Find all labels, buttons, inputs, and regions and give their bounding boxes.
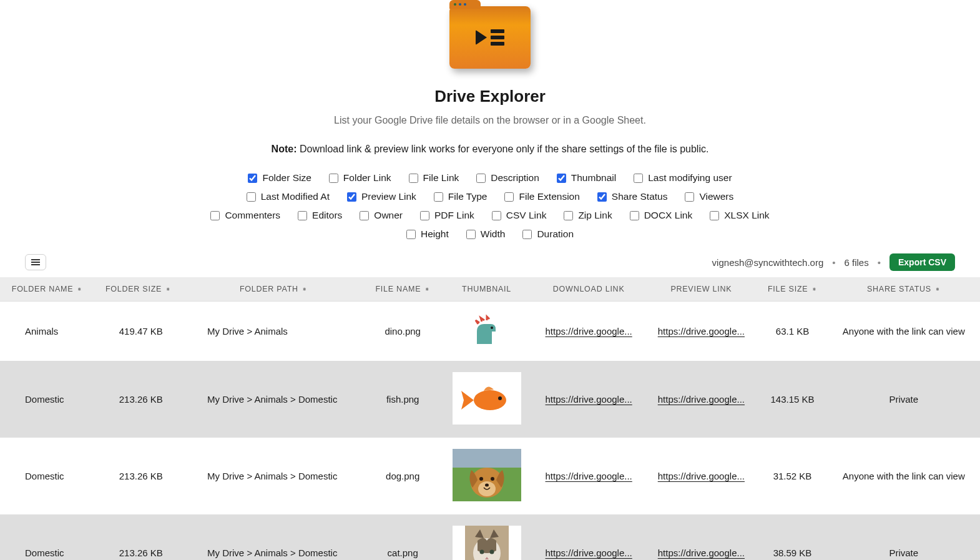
checkbox-file-type[interactable]: File Type [434, 191, 488, 202]
checkbox-xlsx-link[interactable]: XLSX Link [710, 210, 769, 221]
cell-preview-link-link[interactable]: https://drive.google... [658, 326, 745, 336]
column-header-share-status[interactable]: SHARE STATUS▲▼ [828, 277, 980, 302]
checkbox-input-folder-size[interactable] [248, 174, 257, 183]
svg-point-9 [491, 477, 494, 481]
checkbox-input-file-type[interactable] [434, 192, 443, 202]
checkbox-input-duration[interactable] [522, 230, 532, 239]
checkbox-input-zip-link[interactable] [564, 211, 573, 220]
table-row: Animals419.47 KBMy Drive > Animalsdino.p… [0, 302, 980, 361]
checkbox-folder-link[interactable]: Folder Link [329, 172, 391, 184]
cell-download-link: https://drive.google... [532, 361, 645, 438]
checkbox-label: Owner [374, 210, 403, 221]
checkbox-input-share-status[interactable] [597, 192, 607, 202]
checkbox-input-height[interactable] [406, 230, 416, 239]
checkbox-commenters[interactable]: Commenters [210, 210, 280, 221]
cell-download-link: https://drive.google... [532, 302, 645, 361]
user-email: vignesh@syncwithtech.org [712, 257, 824, 268]
checkbox-label: File Extension [519, 191, 579, 202]
cell-file-size: 143.15 KB [757, 361, 827, 438]
checkbox-label: Height [421, 228, 449, 240]
checkbox-label: Commenters [225, 210, 280, 221]
cell-file-name: cat.png [365, 514, 441, 560]
svg-point-10 [485, 484, 489, 487]
checkbox-input-description[interactable] [476, 174, 486, 183]
checkbox-input-editors[interactable] [298, 211, 307, 220]
checkbox-editors[interactable]: Editors [298, 210, 342, 221]
column-header-thumbnail: THUMBNAIL [441, 277, 532, 302]
checkbox-label: Last modifying user [648, 172, 732, 184]
checkbox-label: File Type [448, 191, 488, 202]
checkbox-preview-link[interactable]: Preview Link [347, 191, 416, 202]
checkbox-input-file-link[interactable] [409, 174, 418, 183]
checkbox-duration[interactable]: Duration [522, 228, 574, 240]
cell-download-link-link[interactable]: https://drive.google... [546, 326, 632, 336]
checkbox-input-owner[interactable] [360, 211, 369, 220]
cell-file-size: 31.52 KB [757, 438, 827, 514]
checkbox-label: Width [481, 228, 506, 240]
thumbnail-image [453, 372, 521, 425]
checkbox-label: File Link [423, 172, 459, 184]
checkbox-input-pdf-link[interactable] [420, 211, 429, 220]
table-row: Domestic213.26 KBMy Drive > Animals > Do… [0, 514, 980, 560]
checkbox-zip-link[interactable]: Zip Link [564, 210, 612, 221]
checkbox-thumbnail[interactable]: Thumbnail [557, 172, 616, 184]
cell-download-link-link[interactable]: https://drive.google... [546, 471, 632, 481]
checkbox-height[interactable]: Height [406, 228, 449, 240]
checkbox-folder-size[interactable]: Folder Size [248, 172, 311, 184]
checkbox-docx-link[interactable]: DOCX Link [630, 210, 693, 221]
checkbox-label: PDF Link [434, 210, 474, 221]
checkbox-description[interactable]: Description [476, 172, 539, 184]
checkbox-input-file-extension[interactable] [504, 192, 514, 202]
cell-file-name: dog.png [365, 438, 441, 514]
column-header-preview-link: PREVIEW LINK [645, 277, 757, 302]
checkbox-input-last-modified-at[interactable] [247, 192, 256, 202]
checkbox-label: Editors [312, 210, 342, 221]
checkbox-file-extension[interactable]: File Extension [504, 191, 579, 202]
cell-file-size: 38.59 KB [757, 514, 827, 560]
cell-preview-link-link[interactable]: https://drive.google... [658, 471, 745, 481]
cell-preview-link-link[interactable]: https://drive.google... [658, 548, 745, 558]
note-text: Download link & preview link works for e… [300, 144, 708, 154]
cell-download-link-link[interactable]: https://drive.google... [546, 394, 632, 405]
checkbox-viewers[interactable]: Viewers [685, 191, 733, 202]
cell-share-status: Anyone with the link can view [828, 438, 980, 514]
column-header-folder-size[interactable]: FOLDER SIZE▲▼ [94, 277, 182, 302]
cell-file-size: 63.1 KB [757, 302, 827, 361]
cell-preview-link-link[interactable]: https://drive.google... [658, 394, 745, 405]
column-header-file-size[interactable]: FILE SIZE▲▼ [757, 277, 827, 302]
checkbox-label: Description [491, 172, 539, 184]
checkbox-input-last-modifying-user[interactable] [634, 174, 643, 183]
checkbox-owner[interactable]: Owner [360, 210, 403, 221]
cell-folder-path: My Drive > Animals > Domestic [182, 438, 365, 514]
cell-download-link-link[interactable]: https://drive.google... [546, 548, 632, 558]
column-header-folder-name[interactable]: FOLDER NAME▲▼ [0, 277, 94, 302]
cell-thumbnail [441, 514, 532, 560]
column-header-folder-path[interactable]: FOLDER PATH▲▼ [182, 277, 365, 302]
checkbox-pdf-link[interactable]: PDF Link [420, 210, 474, 221]
checkbox-input-xlsx-link[interactable] [710, 211, 719, 220]
checkbox-csv-link[interactable]: CSV Link [492, 210, 547, 221]
checkbox-input-thumbnail[interactable] [557, 174, 566, 183]
checkbox-input-csv-link[interactable] [492, 211, 501, 220]
thumbnail-image [453, 449, 521, 501]
export-csv-button[interactable]: Export CSV [889, 253, 955, 271]
checkbox-label: DOCX Link [644, 210, 693, 221]
cell-file-name: fish.png [365, 361, 441, 438]
checkbox-input-viewers[interactable] [685, 192, 694, 202]
checkbox-last-modifying-user[interactable]: Last modifying user [634, 172, 732, 184]
cell-folder-path: My Drive > Animals > Domestic [182, 361, 365, 438]
checkbox-input-docx-link[interactable] [630, 211, 639, 220]
sort-icon: ▲▼ [165, 289, 171, 290]
checkbox-file-link[interactable]: File Link [409, 172, 459, 184]
checkbox-input-preview-link[interactable] [347, 192, 356, 202]
checkbox-input-width[interactable] [466, 230, 476, 239]
checkbox-input-folder-link[interactable] [329, 174, 338, 183]
checkbox-width[interactable]: Width [466, 228, 506, 240]
menu-button[interactable] [25, 254, 46, 270]
checkbox-last-modified-at[interactable]: Last Modified At [247, 191, 330, 202]
column-header-file-name[interactable]: FILE NAME▲▼ [365, 277, 441, 302]
checkbox-input-commenters[interactable] [210, 211, 220, 220]
cell-share-status: Anyone with the link can view [828, 302, 980, 361]
checkbox-label: Folder Link [343, 172, 391, 184]
checkbox-share-status[interactable]: Share Status [597, 191, 668, 202]
